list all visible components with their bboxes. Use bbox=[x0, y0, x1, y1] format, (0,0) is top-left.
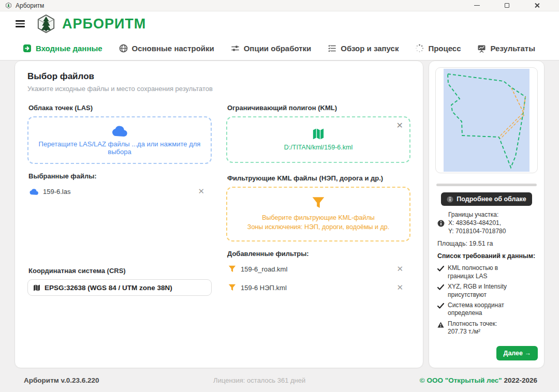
sidebar-divider bbox=[436, 184, 537, 186]
status-bar: Арборитм v.0.23.6.220 Лицензия: осталось… bbox=[0, 368, 559, 392]
check-icon bbox=[437, 303, 444, 309]
app-title: АРБОРИТМ bbox=[62, 16, 146, 32]
kml-column: Ограничивающий полигон (KML) ✕ D:/TITAN/… bbox=[226, 97, 410, 297]
warning-icon bbox=[437, 322, 444, 328]
selected-files-label: Выбранные файлы: bbox=[28, 172, 212, 180]
next-button[interactable]: Далее → bbox=[496, 346, 538, 360]
minimize-icon bbox=[474, 5, 480, 6]
check-icon bbox=[437, 266, 444, 272]
las-label: Облака точек (LAS) bbox=[28, 104, 212, 112]
requirements-title: Список требований к данным: bbox=[437, 252, 538, 260]
page-title: Выбор файлов bbox=[27, 71, 410, 82]
las-dropzone-text: Перетащите LAS/LAZ файлы ...да или нажми… bbox=[28, 140, 211, 156]
cloud-details-button[interactable]: Подробнее об облаке bbox=[441, 192, 532, 206]
window-titlebar: Арборитм bbox=[0, 0, 559, 11]
remove-filter-file-icon[interactable]: ✕ bbox=[392, 264, 407, 274]
area-value: Площадь: 19.51 га bbox=[437, 240, 538, 247]
file-selection-panel: Выбор файлов Укажите исходные файлы и ме… bbox=[14, 61, 423, 368]
requirement-item: KML полностью в границах LAS bbox=[437, 264, 538, 280]
info-icon bbox=[437, 220, 445, 227]
filter-dropzone-text: Выберите фильтрующие KML-файлы Зоны искл… bbox=[247, 213, 389, 232]
window-title: Арборитм bbox=[16, 2, 44, 9]
globe-icon bbox=[119, 44, 128, 53]
requirement-item: Система координат определена bbox=[437, 301, 538, 318]
window-controls bbox=[469, 1, 554, 10]
las-column: Облака точек (LAS) Перетащите LAS/LAZ фа… bbox=[27, 97, 212, 297]
main-tabbar: Входные данные Основные настройки Опции … bbox=[0, 36, 559, 61]
bounds-info: Границы участка: X: 483643-484201, Y: 70… bbox=[437, 211, 538, 235]
close-icon bbox=[534, 3, 540, 8]
funnel-file-icon bbox=[228, 265, 236, 273]
app-version: Арборитм v.0.23.6.220 bbox=[24, 376, 99, 384]
filter-kml-label: Фильтрующие KML файлы (НЭП, дорога и др.… bbox=[227, 174, 410, 182]
map-preview bbox=[435, 67, 538, 173]
crs-value: EPSG:32638 (WGS 84 / UTM zone 38N) bbox=[45, 284, 172, 292]
requirement-item: XYZ, RGB и Intensity присутствуют bbox=[437, 283, 538, 299]
map-bars-icon bbox=[33, 284, 40, 291]
tab-main-settings[interactable]: Основные настройки bbox=[119, 44, 214, 53]
page-subtitle: Укажите исходные файлы и место сохранени… bbox=[27, 85, 410, 93]
maximize-icon bbox=[505, 3, 509, 8]
clear-kml-icon[interactable]: ✕ bbox=[396, 122, 403, 130]
sliders-icon bbox=[231, 44, 240, 53]
funnel-file-icon bbox=[228, 284, 236, 291]
filter-file-row: 159-6 НЭП.kml ✕ bbox=[226, 278, 410, 297]
cloud-icon bbox=[112, 125, 127, 137]
tab-process[interactable]: Процесс bbox=[415, 44, 461, 53]
boundary-polygon bbox=[448, 74, 525, 168]
filter-file-row: 159-6_road.kml ✕ bbox=[226, 260, 410, 278]
filter-file-name: 159-6_road.kml bbox=[241, 265, 287, 273]
funnel-icon bbox=[312, 197, 325, 209]
check-icon bbox=[437, 284, 444, 290]
requirement-item: Плотность точек: 207.73 т./м² bbox=[437, 320, 538, 336]
info-icon bbox=[447, 196, 453, 203]
kml-label: Ограничивающий полигон (KML) bbox=[227, 104, 410, 112]
crs-select[interactable]: EPSG:32638 (WGS 84 / UTM zone 38N) bbox=[27, 279, 212, 296]
file-input-icon bbox=[23, 44, 32, 53]
tab-results[interactable]: Результаты bbox=[477, 44, 535, 53]
las-file-row: 159-6.las ✕ bbox=[27, 182, 212, 201]
kml-dropzone[interactable]: ✕ D:/TITAN/kml/159-6.kml bbox=[226, 116, 410, 163]
app-logo-icon bbox=[36, 14, 56, 34]
added-filters-label: Добавленные фильтры: bbox=[227, 250, 410, 258]
map-icon bbox=[312, 128, 325, 140]
tab-review-launch[interactable]: Обзор и запуск bbox=[328, 44, 399, 53]
las-file-name: 159-6.las bbox=[43, 188, 70, 195]
minimize-button[interactable] bbox=[469, 1, 484, 10]
remove-las-file-icon[interactable]: ✕ bbox=[194, 187, 209, 196]
maximize-button[interactable] bbox=[499, 1, 514, 10]
checklist-icon bbox=[328, 44, 336, 53]
tab-processing-options[interactable]: Опции обработки bbox=[231, 44, 312, 53]
tab-input-data[interactable]: Входные данные bbox=[23, 44, 102, 53]
crs-section: Координатная система (CRS) EPSG:32638 (W… bbox=[27, 267, 212, 296]
polygon-preview-map bbox=[444, 69, 529, 172]
menu-button[interactable] bbox=[16, 20, 25, 27]
filter-file-name: 159-6 НЭП.kml bbox=[241, 284, 287, 292]
close-button[interactable] bbox=[529, 1, 545, 10]
filter-kml-dropzone[interactable]: Выберите фильтрующие KML-файлы Зоны искл… bbox=[226, 187, 410, 242]
road-line bbox=[501, 115, 524, 139]
app-header: АРБОРИТМ bbox=[0, 11, 559, 36]
app-icon bbox=[5, 2, 12, 9]
license-status: Лицензия: осталось 361 дней bbox=[213, 376, 305, 384]
remove-filter-file-icon[interactable]: ✕ bbox=[392, 283, 407, 292]
main-content: Выбор файлов Укажите исходные файлы и ме… bbox=[0, 61, 559, 368]
copyright: © ООО "Открытый лес" 2022-2026 bbox=[420, 376, 537, 384]
bounds-text: Границы участка: X: 483643-484201, Y: 70… bbox=[448, 211, 506, 235]
presentation-chart-icon bbox=[477, 44, 486, 53]
cloud-file-icon bbox=[30, 188, 38, 195]
spinner-icon bbox=[415, 44, 424, 53]
las-dropzone[interactable]: Перетащите LAS/LAZ файлы ...да или нажми… bbox=[27, 116, 212, 164]
kml-path: D:/TITAN/kml/159-6.kml bbox=[284, 144, 352, 151]
crs-label: Координатная система (CRS) bbox=[28, 267, 212, 275]
cloud-info-panel: Подробнее об облаке Границы участка: X: … bbox=[429, 61, 545, 368]
